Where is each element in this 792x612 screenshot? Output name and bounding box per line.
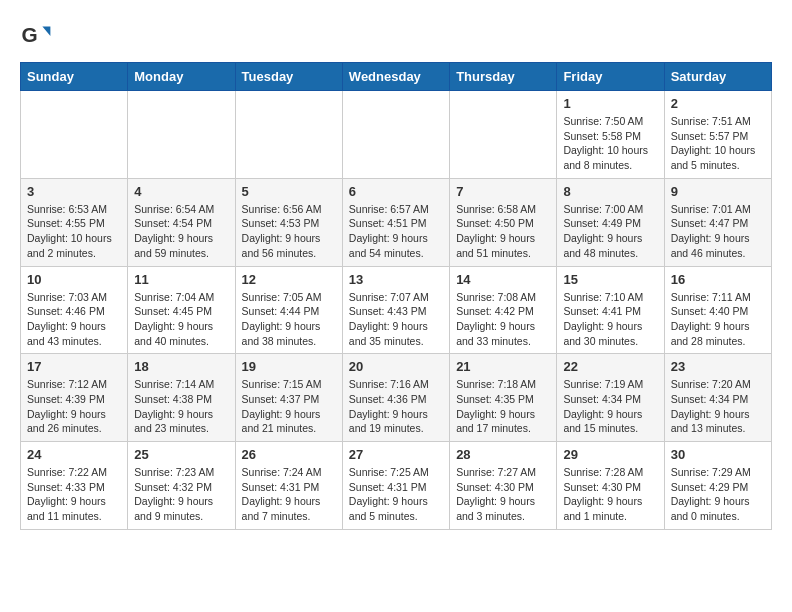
weekday-header: Sunday (21, 63, 128, 91)
calendar-cell: 22Sunrise: 7:19 AM Sunset: 4:34 PM Dayli… (557, 354, 664, 442)
day-info: Sunrise: 7:05 AM Sunset: 4:44 PM Dayligh… (242, 290, 336, 349)
day-info: Sunrise: 7:18 AM Sunset: 4:35 PM Dayligh… (456, 377, 550, 436)
calendar-week-row: 24Sunrise: 7:22 AM Sunset: 4:33 PM Dayli… (21, 442, 772, 530)
calendar-week-row: 17Sunrise: 7:12 AM Sunset: 4:39 PM Dayli… (21, 354, 772, 442)
weekday-header: Tuesday (235, 63, 342, 91)
day-info: Sunrise: 7:03 AM Sunset: 4:46 PM Dayligh… (27, 290, 121, 349)
day-number: 14 (456, 272, 550, 287)
day-info: Sunrise: 7:20 AM Sunset: 4:34 PM Dayligh… (671, 377, 765, 436)
day-info: Sunrise: 7:00 AM Sunset: 4:49 PM Dayligh… (563, 202, 657, 261)
calendar-cell (450, 91, 557, 179)
calendar-cell (128, 91, 235, 179)
day-number: 11 (134, 272, 228, 287)
day-number: 7 (456, 184, 550, 199)
day-number: 8 (563, 184, 657, 199)
day-info: Sunrise: 7:28 AM Sunset: 4:30 PM Dayligh… (563, 465, 657, 524)
calendar-cell: 9Sunrise: 7:01 AM Sunset: 4:47 PM Daylig… (664, 178, 771, 266)
day-number: 10 (27, 272, 121, 287)
calendar-cell: 15Sunrise: 7:10 AM Sunset: 4:41 PM Dayli… (557, 266, 664, 354)
svg-marker-1 (42, 26, 50, 36)
day-number: 6 (349, 184, 443, 199)
day-info: Sunrise: 7:51 AM Sunset: 5:57 PM Dayligh… (671, 114, 765, 173)
day-info: Sunrise: 7:29 AM Sunset: 4:29 PM Dayligh… (671, 465, 765, 524)
day-info: Sunrise: 7:07 AM Sunset: 4:43 PM Dayligh… (349, 290, 443, 349)
day-number: 17 (27, 359, 121, 374)
day-number: 22 (563, 359, 657, 374)
calendar-cell: 14Sunrise: 7:08 AM Sunset: 4:42 PM Dayli… (450, 266, 557, 354)
day-info: Sunrise: 7:23 AM Sunset: 4:32 PM Dayligh… (134, 465, 228, 524)
day-info: Sunrise: 7:22 AM Sunset: 4:33 PM Dayligh… (27, 465, 121, 524)
day-info: Sunrise: 7:25 AM Sunset: 4:31 PM Dayligh… (349, 465, 443, 524)
day-number: 21 (456, 359, 550, 374)
weekday-header: Thursday (450, 63, 557, 91)
calendar-cell: 27Sunrise: 7:25 AM Sunset: 4:31 PM Dayli… (342, 442, 449, 530)
calendar-cell: 23Sunrise: 7:20 AM Sunset: 4:34 PM Dayli… (664, 354, 771, 442)
day-number: 20 (349, 359, 443, 374)
calendar-cell: 3Sunrise: 6:53 AM Sunset: 4:55 PM Daylig… (21, 178, 128, 266)
day-number: 1 (563, 96, 657, 111)
weekday-header: Wednesday (342, 63, 449, 91)
calendar-cell: 8Sunrise: 7:00 AM Sunset: 4:49 PM Daylig… (557, 178, 664, 266)
day-number: 26 (242, 447, 336, 462)
logo-icon: G (20, 20, 52, 52)
calendar-cell: 16Sunrise: 7:11 AM Sunset: 4:40 PM Dayli… (664, 266, 771, 354)
day-info: Sunrise: 7:24 AM Sunset: 4:31 PM Dayligh… (242, 465, 336, 524)
day-number: 4 (134, 184, 228, 199)
calendar-cell (21, 91, 128, 179)
day-number: 27 (349, 447, 443, 462)
day-info: Sunrise: 7:12 AM Sunset: 4:39 PM Dayligh… (27, 377, 121, 436)
calendar-cell (235, 91, 342, 179)
calendar-cell (342, 91, 449, 179)
calendar-cell: 28Sunrise: 7:27 AM Sunset: 4:30 PM Dayli… (450, 442, 557, 530)
calendar-cell: 21Sunrise: 7:18 AM Sunset: 4:35 PM Dayli… (450, 354, 557, 442)
day-number: 18 (134, 359, 228, 374)
logo: G (20, 20, 56, 52)
calendar-cell: 10Sunrise: 7:03 AM Sunset: 4:46 PM Dayli… (21, 266, 128, 354)
weekday-header: Saturday (664, 63, 771, 91)
day-info: Sunrise: 6:58 AM Sunset: 4:50 PM Dayligh… (456, 202, 550, 261)
calendar-cell: 4Sunrise: 6:54 AM Sunset: 4:54 PM Daylig… (128, 178, 235, 266)
day-info: Sunrise: 7:14 AM Sunset: 4:38 PM Dayligh… (134, 377, 228, 436)
calendar-cell: 29Sunrise: 7:28 AM Sunset: 4:30 PM Dayli… (557, 442, 664, 530)
day-number: 19 (242, 359, 336, 374)
day-number: 23 (671, 359, 765, 374)
day-number: 29 (563, 447, 657, 462)
calendar-cell: 7Sunrise: 6:58 AM Sunset: 4:50 PM Daylig… (450, 178, 557, 266)
day-info: Sunrise: 7:16 AM Sunset: 4:36 PM Dayligh… (349, 377, 443, 436)
calendar-cell: 18Sunrise: 7:14 AM Sunset: 4:38 PM Dayli… (128, 354, 235, 442)
calendar-header-row: SundayMondayTuesdayWednesdayThursdayFrid… (21, 63, 772, 91)
day-number: 15 (563, 272, 657, 287)
day-info: Sunrise: 7:04 AM Sunset: 4:45 PM Dayligh… (134, 290, 228, 349)
page-header: G (20, 16, 772, 52)
svg-text:G: G (22, 23, 38, 46)
weekday-header: Friday (557, 63, 664, 91)
day-number: 5 (242, 184, 336, 199)
day-info: Sunrise: 6:57 AM Sunset: 4:51 PM Dayligh… (349, 202, 443, 261)
day-info: Sunrise: 7:15 AM Sunset: 4:37 PM Dayligh… (242, 377, 336, 436)
day-number: 3 (27, 184, 121, 199)
calendar-cell: 30Sunrise: 7:29 AM Sunset: 4:29 PM Dayli… (664, 442, 771, 530)
calendar-cell: 17Sunrise: 7:12 AM Sunset: 4:39 PM Dayli… (21, 354, 128, 442)
calendar-cell: 13Sunrise: 7:07 AM Sunset: 4:43 PM Dayli… (342, 266, 449, 354)
calendar-week-row: 3Sunrise: 6:53 AM Sunset: 4:55 PM Daylig… (21, 178, 772, 266)
day-info: Sunrise: 7:27 AM Sunset: 4:30 PM Dayligh… (456, 465, 550, 524)
calendar-cell: 2Sunrise: 7:51 AM Sunset: 5:57 PM Daylig… (664, 91, 771, 179)
day-number: 12 (242, 272, 336, 287)
day-number: 24 (27, 447, 121, 462)
calendar: SundayMondayTuesdayWednesdayThursdayFrid… (20, 62, 772, 530)
calendar-cell: 20Sunrise: 7:16 AM Sunset: 4:36 PM Dayli… (342, 354, 449, 442)
day-number: 9 (671, 184, 765, 199)
day-number: 2 (671, 96, 765, 111)
day-info: Sunrise: 6:54 AM Sunset: 4:54 PM Dayligh… (134, 202, 228, 261)
calendar-cell: 6Sunrise: 6:57 AM Sunset: 4:51 PM Daylig… (342, 178, 449, 266)
day-info: Sunrise: 7:19 AM Sunset: 4:34 PM Dayligh… (563, 377, 657, 436)
day-info: Sunrise: 7:01 AM Sunset: 4:47 PM Dayligh… (671, 202, 765, 261)
calendar-week-row: 1Sunrise: 7:50 AM Sunset: 5:58 PM Daylig… (21, 91, 772, 179)
day-number: 28 (456, 447, 550, 462)
day-number: 16 (671, 272, 765, 287)
calendar-cell: 19Sunrise: 7:15 AM Sunset: 4:37 PM Dayli… (235, 354, 342, 442)
calendar-cell: 26Sunrise: 7:24 AM Sunset: 4:31 PM Dayli… (235, 442, 342, 530)
day-info: Sunrise: 7:08 AM Sunset: 4:42 PM Dayligh… (456, 290, 550, 349)
calendar-cell: 1Sunrise: 7:50 AM Sunset: 5:58 PM Daylig… (557, 91, 664, 179)
day-info: Sunrise: 6:53 AM Sunset: 4:55 PM Dayligh… (27, 202, 121, 261)
